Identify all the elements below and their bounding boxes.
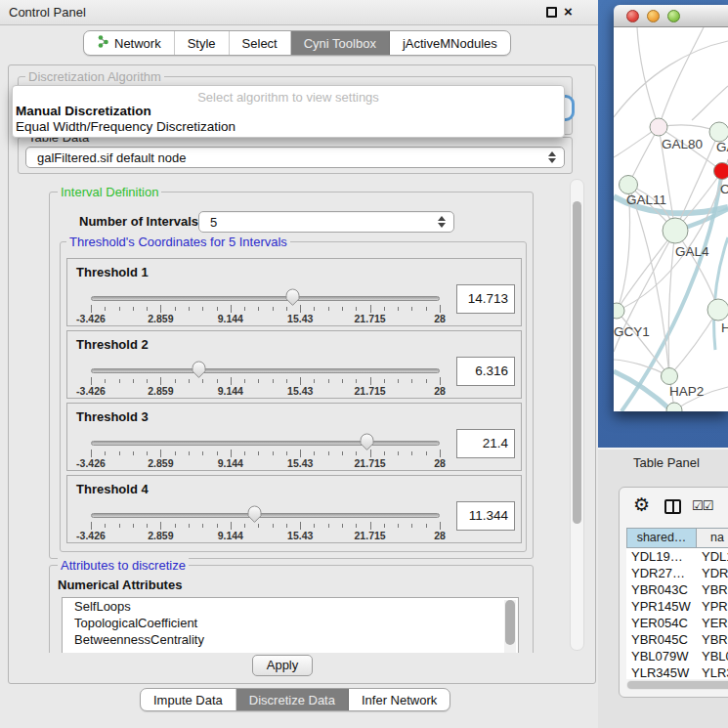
table-row[interactable]: YPR145WYPR1 (626, 598, 728, 615)
slider-ticks (91, 377, 440, 385)
network-canvas[interactable]: GAL80GACGAL11GAL4GCY1HHAP2 (614, 27, 728, 411)
table-row[interactable]: YDR27…YDR2 (626, 565, 728, 581)
threshold-value-field[interactable]: 14.713 (456, 284, 515, 314)
table-cell[interactable]: YER054C (626, 615, 697, 631)
threshold-value-field[interactable]: 21.4 (456, 429, 515, 458)
cyni-bottom-tab-bar: Impute DataDiscretize DataInfer Network (140, 688, 450, 711)
table-cell[interactable]: YBR045C (626, 631, 697, 648)
scrollbar-thumb[interactable] (573, 201, 581, 524)
column-header-shared-name[interactable]: shared… (626, 528, 697, 548)
tab-network[interactable]: Network (84, 31, 175, 55)
network-node-top-right-node[interactable] (709, 122, 728, 142)
node-table-card: ⚙ ☑☑ shared… na YDL19…YDL1YDR27…YDR2YBR0… (619, 487, 728, 698)
table-horizontal-scrollbar[interactable] (626, 680, 728, 690)
settings-vertical-scrollbar[interactable] (570, 179, 584, 651)
table-cell[interactable]: YBL079W (626, 648, 697, 664)
threshold-slider-track[interactable] (91, 296, 440, 301)
network-node-h-node[interactable] (707, 299, 728, 321)
tab-impute-data[interactable]: Impute Data (141, 689, 236, 710)
dropdown-item-equal-width-frequency-discretization[interactable]: Equal Width/Frequency Discretization (13, 119, 564, 135)
control-panel-title: Control Panel (9, 5, 86, 20)
tab-label: Impute Data (153, 693, 223, 707)
column-header-name[interactable]: na (697, 528, 728, 548)
attributes-list-scrollbar[interactable] (504, 600, 516, 653)
threshold-slider-track[interactable] (91, 441, 440, 446)
scrollbar-thumb[interactable] (505, 600, 515, 645)
dropdown-item-manual-discretization[interactable]: Manual Discretization (13, 104, 564, 119)
attribute-item-selfloops[interactable]: SelfLoops (63, 598, 518, 615)
threshold-slider-thumb[interactable] (284, 287, 301, 307)
threshold-slider-thumb[interactable] (246, 504, 263, 524)
float-window-icon[interactable] (546, 7, 557, 18)
table-cell[interactable]: YBR0 (697, 581, 728, 598)
table-row[interactable]: YER054CYER0 (626, 615, 728, 631)
network-edge[interactable] (668, 231, 675, 376)
scrollbar-thumb[interactable] (627, 681, 728, 689)
dropdown-placeholder-item[interactable]: Select algorithm to view settings (13, 86, 564, 104)
table-cell[interactable]: YBL0 (697, 648, 728, 664)
attribute-item-betweennesscentrality[interactable]: BetweennessCentrality (63, 631, 518, 648)
table-row[interactable]: YBR045CYBR0 (626, 631, 728, 648)
slider-ticks (91, 450, 440, 457)
table-cell[interactable]: YLR345W (626, 664, 697, 679)
threshold-value-field[interactable]: 6.316 (456, 357, 515, 386)
table-cell[interactable]: YPR1 (697, 598, 728, 615)
table-cell[interactable]: YPR145W (626, 598, 697, 615)
tick-label: -3.426 (76, 457, 106, 469)
tab-cyni-toolbox[interactable]: Cyni Toolbox (291, 31, 390, 55)
table-cell[interactable]: YDR2 (697, 565, 728, 581)
tab-infer-network[interactable]: Infer Network (349, 689, 450, 710)
network-node-gal80[interactable] (650, 118, 667, 136)
checkboxes-icon[interactable]: ☑☑ (692, 498, 712, 513)
table-cell[interactable]: YBR0 (697, 631, 728, 648)
threshold-value-field[interactable]: 11.344 (456, 501, 515, 531)
table-cell[interactable]: YDL19… (626, 548, 697, 565)
gear-icon[interactable]: ⚙ (633, 495, 650, 515)
network-node-gal4[interactable] (663, 218, 688, 243)
network-edge[interactable] (659, 27, 704, 127)
slider-tick-labels: -3.4262.8599.14415.4321.71528 (91, 313, 440, 324)
table-cell[interactable]: YDL1 (697, 548, 728, 565)
network-edge[interactable] (637, 27, 659, 127)
table-row[interactable]: YDL19…YDL1 (626, 548, 728, 565)
network-node-bottom-node[interactable] (666, 403, 682, 411)
threshold-panel: Threshold 3 -3.4262.8599.14415.4321.7152… (66, 403, 522, 471)
table-data-combobox[interactable]: galFiltered.sif default node (25, 147, 565, 168)
number-of-intervals-combobox[interactable]: 5 (198, 211, 454, 233)
network-edge[interactable] (692, 86, 728, 120)
threshold-slider-thumb[interactable] (191, 360, 207, 379)
close-icon[interactable]: × (564, 3, 573, 20)
control-panel-titlebar: Control Panel × (0, 0, 603, 25)
table-cell[interactable]: YLR3 (697, 664, 728, 679)
network-edge[interactable] (614, 41, 728, 117)
table-cell[interactable]: YER0 (697, 615, 728, 631)
threshold-panel: Threshold 4 -3.4262.8599.14415.4321.7152… (66, 475, 522, 543)
threshold-slider-thumb[interactable] (359, 432, 375, 451)
network-window-titlebar[interactable] (614, 5, 728, 27)
attribute-item-topologicalcoefficient[interactable]: TopologicalCoefficient (63, 615, 518, 631)
slider-tick-labels: -3.4262.8599.14415.4321.71528 (91, 530, 440, 541)
tick-label: 21.715 (355, 313, 386, 324)
table-row[interactable]: YBR043CYBR0 (626, 581, 728, 598)
tab-discretize-data[interactable]: Discretize Data (236, 689, 349, 710)
table-cell[interactable]: YDR27… (626, 565, 697, 581)
tab-style[interactable]: Style (175, 31, 230, 55)
threshold-slider-track[interactable] (91, 513, 440, 518)
columns-icon[interactable] (664, 499, 681, 514)
network-node-gal11[interactable] (620, 176, 638, 194)
minimize-traffic-light[interactable] (647, 10, 660, 22)
tab-jactivemnodules[interactable]: jActiveMNodules (390, 31, 510, 55)
network-node-red-node[interactable] (714, 163, 728, 180)
threshold-slider-track[interactable] (91, 368, 440, 373)
table-cell[interactable]: YBR043C (626, 581, 697, 598)
network-node-gcy1[interactable] (614, 303, 624, 319)
close-traffic-light[interactable] (626, 10, 639, 22)
discretization-algorithm-group-title: Discretization Algorithm (25, 69, 164, 84)
tab-select[interactable]: Select (230, 31, 291, 55)
network-node-hap2[interactable] (662, 368, 678, 385)
table-row[interactable]: YLR345WYLR3 (626, 664, 728, 679)
apply-button[interactable]: Apply (252, 655, 313, 676)
zoom-traffic-light[interactable] (667, 10, 680, 22)
table-row[interactable]: YBL079WYBL0 (626, 648, 728, 664)
numerical-attributes-list[interactable]: SelfLoopsTopologicalCoefficientBetweenne… (62, 597, 519, 653)
